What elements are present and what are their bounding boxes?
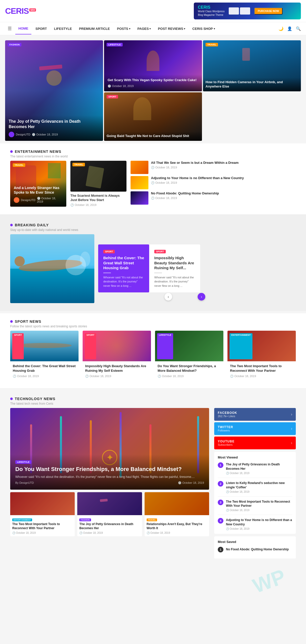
- twitter-count: Followers: [218, 429, 233, 432]
- tech-small-card-3[interactable]: TRAVEL Relationships Aren't Easy, But Th…: [145, 492, 209, 536]
- sport-title: SPORT NEWS: [15, 319, 41, 324]
- ad-logo: CERIS: [198, 5, 225, 10]
- ms-num-1: 1: [218, 547, 223, 552]
- tech-small-badge-2: FASHION: [79, 518, 91, 521]
- sport-card-2[interactable]: SPORT Impossibly High Beauty Standards A…: [83, 331, 151, 380]
- mv-num-3: 3: [218, 500, 223, 505]
- slider-prev-button[interactable]: ‹: [164, 293, 172, 301]
- tech-small-card-1[interactable]: ENTERTAINMENT The Two Most Important Too…: [10, 492, 75, 536]
- youtube-count: Subscribers: [218, 443, 235, 446]
- hero-meta-1: DesignUTD 🕐 October 18, 2019: [9, 132, 99, 137]
- slider-card-2-title: Impossibly High Beauty Standards Are Rui…: [154, 255, 195, 270]
- mv-num-2: 2: [218, 481, 223, 487]
- moon-icon[interactable]: 🌙: [278, 26, 284, 31]
- sport-card-4[interactable]: ENTERTAINMENT The Two Most Important Too…: [227, 331, 296, 380]
- ent-middle-badge: TRAVEL: [72, 163, 85, 166]
- sport-card-3-badge: LIFESTYLE: [157, 333, 173, 359]
- site-logo[interactable]: CERISNEW: [5, 6, 36, 16]
- entertainment-title: ENTERTAINMENT NEWS: [15, 150, 61, 154]
- breaking-subtitle: Stay up-to-date with daily national and …: [10, 228, 296, 232]
- ent-list-item-1[interactable]: All That We See or Seem is but a Dream W…: [131, 161, 296, 174]
- hero-item-1[interactable]: FASHION The Joy of Petty Grievances in D…: [5, 40, 103, 141]
- sport-card-1-badge: SPORT: [12, 333, 24, 359]
- mv-item-3[interactable]: 3 The Two Most Important Tools to Reconn…: [218, 500, 292, 515]
- ent-list-item-2[interactable]: Adjusting to Your Home is no Different t…: [131, 176, 296, 189]
- hero-title-3: How to Find Hidden Cameras in Your Airbn…: [203, 78, 301, 91]
- ent-list-item-3[interactable]: No Fixed Abode: Quitting Home Ownership …: [131, 191, 296, 205]
- ent-list-meta-1: 🕐 October 18, 2019: [151, 166, 296, 169]
- hero-badge-4: SPORT: [107, 95, 118, 98]
- sport-card-3[interactable]: LIFESTYLE Do You Want Stronger Friendshi…: [155, 331, 223, 380]
- tech-small-meta-2: 🕐 October 18, 2019: [79, 531, 140, 534]
- youtube-social-box[interactable]: YOUTUBE Subscribers ›: [214, 437, 296, 449]
- nav-item-sport[interactable]: SPORT: [32, 23, 50, 34]
- hero-item-4[interactable]: SPORT Going Bald Taught Me Not to Care A…: [104, 92, 202, 141]
- tech-main-badge: LIFESTYLE: [15, 460, 31, 464]
- ent-featured-badge: TRAVEL: [13, 163, 25, 167]
- hamburger-menu[interactable]: ☰: [5, 22, 14, 35]
- sport-section-header: SPORT NEWS Follow the latest sports news…: [5, 313, 301, 331]
- sport-card-4-title: The Two Most Important Tools to Reconnec…: [230, 364, 293, 373]
- mv-meta-2: 🕐 October 18, 2019: [226, 490, 292, 493]
- mv-title-3: The Two Most Important Tools to Reconnec…: [226, 500, 292, 508]
- sport-card-1[interactable]: SPORT Behind the Cover: The Great Wall S…: [10, 331, 79, 380]
- search-icon[interactable]: 🔍: [296, 26, 301, 31]
- breaking-slider-image: [10, 234, 94, 303]
- ent-list-title-3: No Fixed Abode: Quitting Home Ownership: [151, 191, 296, 196]
- slider-card-1[interactable]: SPORT Behind the Cover: The Great Wall S…: [98, 244, 149, 292]
- tech-main-overlay: LIFESTYLE Do You Want Stronger Friendshi…: [10, 454, 209, 490]
- slider-card-2[interactable]: SPORT Impossibly High Beauty Standards A…: [149, 244, 200, 292]
- sport-card-1-title: Behind the Cover: The Great Wall Street …: [13, 364, 76, 373]
- twitter-social-box[interactable]: TWITTER Followers ›: [214, 422, 296, 435]
- sidebar: FACEBOOK 262.7k+ Likes › TWITTER Followe…: [214, 408, 296, 558]
- nav-item-pages[interactable]: PAGES ▾: [134, 23, 154, 34]
- most-viewed-title: Most Viewed: [218, 455, 292, 459]
- slider-card-2-text: Whoever said "It's not about the destina…: [154, 275, 195, 288]
- most-viewed-widget: Most Viewed 1 The Joy of Petty Grievance…: [214, 452, 296, 534]
- hero-item-3[interactable]: TRAVEL How to Find Hidden Cameras in You…: [203, 40, 301, 91]
- mv-meta-4: 🕐 October 18, 2019: [226, 527, 292, 530]
- mv-item-1[interactable]: 1 The Joy of Petty Grievances in Death B…: [218, 462, 292, 478]
- sport-card-4-badge: ENTERTAINMENT: [230, 333, 252, 359]
- nav-item-premium[interactable]: PREMIUM ARTICLE: [76, 23, 113, 34]
- mv-item-4[interactable]: 4 Adjusting to Your Home is no Different…: [218, 518, 292, 530]
- ms-item-1[interactable]: 1 No Fixed Abode: Quitting Home Ownershi…: [218, 547, 292, 552]
- sport-subtitle: Follow the latest sports news and breaki…: [10, 325, 296, 328]
- tech-main-title: Do You Want Stronger Friendships, a More…: [15, 466, 204, 473]
- ent-list-title-2: Adjusting to Your Home is no Different t…: [151, 176, 296, 180]
- hero-meta-2: 🕐 October 18, 2019: [108, 84, 198, 88]
- tech-small-badge-1: ENTERTAINMENT: [12, 518, 32, 521]
- entertainment-middle[interactable]: TRAVEL The Scariest Moment is Always Jus…: [70, 161, 126, 207]
- tech-small-title-3: Relationships Aren't Easy, But They're W…: [147, 522, 207, 530]
- slider-next-button[interactable]: ›: [198, 293, 205, 301]
- banner-ad: CERIS World Class Wordpress Blog Magazin…: [194, 3, 301, 19]
- ent-featured-overlay: And a Lonely Stranger Has Spoke to Me Ev…: [10, 182, 66, 207]
- entertainment-featured[interactable]: TRAVEL And a Lonely Stranger Has Spoke t…: [10, 161, 66, 207]
- mv-title-4: Adjusting to Your Home is no Different t…: [226, 518, 292, 527]
- hero-title-1: The Joy of Petty Grievances in Death Bec…: [9, 119, 99, 130]
- tech-small-card-2[interactable]: FASHION The Joy of Petty Grievances in D…: [77, 492, 142, 536]
- main-nav: ☰ HOME SPORT LIFESTYLE PREMIUM ARTICLE P…: [0, 22, 306, 35]
- entertainment-section-header: ENTERTAINMENT NEWS The latest entertainm…: [5, 143, 301, 161]
- hero-overlay-2: Get Scary With This Vegan Spooky Spider …: [104, 75, 202, 91]
- mv-num-4: 4: [218, 518, 223, 524]
- sport-card-2-badge: SPORT: [85, 333, 96, 359]
- nav-item-post-reviews[interactable]: POST REVIEWS ▾: [155, 23, 188, 34]
- tech-dot: [10, 398, 13, 400]
- hero-title-4: Going Bald Taught Me Not to Care About S…: [104, 131, 202, 141]
- tech-small-badge-3: TRAVEL: [147, 518, 157, 521]
- section-dot-entertainment: [10, 150, 13, 153]
- sport-dot: [10, 320, 13, 323]
- mv-item-2[interactable]: 2 Listen to Kelly Rowland's seductive ne…: [218, 481, 292, 497]
- hero-badge-1: FASHION: [8, 43, 21, 46]
- hero-item-2[interactable]: LIFESTYLE Get Scary With This Vegan Spoo…: [104, 40, 202, 91]
- facebook-social-box[interactable]: FACEBOOK 262.7k+ Likes ›: [214, 408, 296, 421]
- nav-item-posts[interactable]: POSTS ▾: [114, 23, 133, 34]
- ad-purchase-button[interactable]: PURCHASE NOW: [254, 8, 283, 15]
- nav-item-lifestyle[interactable]: LIFESTYLE: [51, 23, 75, 34]
- nav-item-home[interactable]: HOME: [15, 23, 31, 34]
- tech-main-article[interactable]: ✦ LIFESTYLE Do You Want Stronger Friends…: [10, 408, 209, 490]
- nav-item-ceris-shop[interactable]: CERIS SHOP ▾: [189, 23, 218, 34]
- breaking-dot: [10, 224, 13, 226]
- user-icon[interactable]: 👤: [287, 26, 292, 31]
